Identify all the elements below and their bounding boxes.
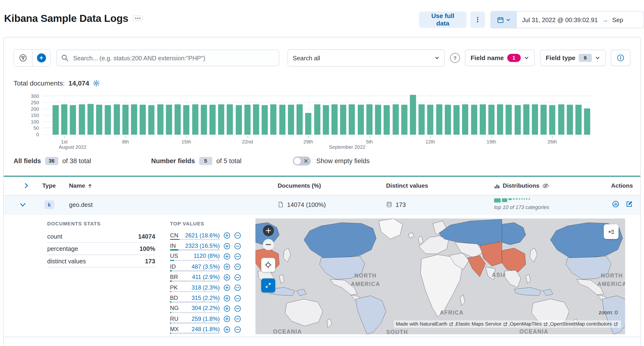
filter-out-value-button[interactable]	[234, 274, 241, 281]
map-attribution-link[interactable]: Made with NaturalEarth	[396, 321, 454, 327]
histogram-bar	[549, 105, 556, 134]
field-name[interactable]: geo.dest	[69, 196, 92, 214]
histogram-bar	[541, 105, 547, 135]
filter-for-value-button[interactable]	[224, 242, 230, 250]
search-scope-select[interactable]: Search all	[288, 49, 445, 66]
filter-out-value-button[interactable]	[234, 305, 241, 312]
filter-for-value-button[interactable]	[224, 294, 230, 302]
chevron-right-icon	[23, 182, 30, 189]
filter-out-value-button[interactable]	[234, 232, 241, 239]
column-header-distinct-values[interactable]: Distinct values	[386, 176, 428, 195]
expand-all-button[interactable]	[23, 182, 30, 190]
distribution-sparkline	[494, 198, 549, 204]
map-legend-toggle-button[interactable]	[604, 224, 619, 239]
filter-out-value-button[interactable]	[234, 326, 241, 333]
top-value-row: PK318 (2.3%)	[170, 282, 244, 293]
y-axis-label: 300	[31, 93, 39, 99]
filter-for-value-button[interactable]	[224, 305, 230, 312]
histogram-icon	[494, 183, 500, 188]
eye-slash-icon[interactable]	[542, 182, 549, 189]
top-value-row: CN2621 (18.6%)	[170, 230, 244, 241]
map-locate-button[interactable]	[261, 258, 275, 272]
filter-list-button[interactable]	[14, 50, 32, 66]
minus-circle-icon	[234, 253, 241, 260]
page-title: Kibana Sample Data Logs	[4, 12, 128, 24]
date-end[interactable]: Sep	[612, 16, 623, 23]
sort-ascending-icon	[87, 183, 92, 188]
x-axis-label: 5th	[366, 139, 373, 145]
field-name-dropdown[interactable]: Field name 1	[465, 50, 535, 66]
use-full-data-button[interactable]: Use full data	[419, 12, 467, 28]
histogram-bar	[454, 105, 460, 135]
axis-tick	[430, 136, 430, 138]
explore-in-lens-icon[interactable]	[612, 200, 620, 208]
calendar-button[interactable]	[491, 12, 517, 28]
histogram-bar	[175, 104, 181, 134]
map-zoom-out-button[interactable]	[263, 239, 274, 250]
date-start[interactable]: Jul 31, 2022 @ 00:39:02.91	[522, 16, 598, 23]
map-attribution-link[interactable]: Elastic Maps Service	[456, 321, 508, 327]
options-button[interactable]	[470, 12, 485, 28]
search-input[interactable]	[56, 50, 279, 66]
map-attribution-link[interactable]: OpenStreetMap contributors	[550, 321, 619, 327]
number-fields-label: Number fields	[151, 158, 195, 165]
help-icon[interactable]: ?	[450, 53, 460, 63]
column-header-type[interactable]: Type	[42, 176, 56, 195]
date-range-picker: Jul 31, 2022 @ 00:39:02.91 → Sep	[490, 11, 644, 28]
distribution-segment	[521, 198, 522, 200]
gear-icon[interactable]	[93, 80, 100, 87]
histogram-bar	[584, 108, 590, 135]
histogram-bar	[201, 104, 207, 134]
top-value-key: RU	[170, 315, 178, 322]
distribution-segment	[526, 198, 528, 200]
filter-for-value-button[interactable]	[224, 253, 230, 260]
filter-out-value-button[interactable]	[234, 253, 241, 260]
histogram-bar	[253, 104, 259, 135]
filter-out-value-button[interactable]	[234, 294, 241, 302]
column-header-distributions[interactable]: Distributions	[494, 176, 549, 195]
field-types-info-button[interactable]	[611, 50, 630, 66]
calendar-icon	[497, 16, 504, 23]
filter-for-value-button[interactable]	[224, 263, 230, 270]
chevron-down-icon	[506, 18, 510, 22]
filter-for-value-button[interactable]	[224, 316, 230, 322]
histogram-bar	[140, 104, 146, 134]
plus-circle-icon	[224, 253, 230, 260]
stat-label: distinct values	[47, 258, 86, 264]
filter-out-value-button[interactable]	[234, 242, 241, 250]
filter-out-value-button[interactable]	[234, 263, 241, 270]
top-value: ID487 (3.5%)	[170, 262, 220, 272]
row-actions	[612, 200, 633, 208]
minus-circle-icon	[234, 316, 241, 322]
filter-out-value-button[interactable]	[234, 316, 241, 322]
filter-for-value-button[interactable]	[224, 326, 230, 333]
add-filter-button[interactable]: +	[32, 50, 50, 66]
name-header-label: Name	[69, 176, 85, 195]
map-fullscreen-button[interactable]	[261, 278, 275, 292]
edit-visualization-icon[interactable]	[626, 200, 633, 208]
documents-stat-row: count14074	[47, 230, 156, 243]
filter-for-value-button[interactable]	[224, 274, 230, 281]
histogram-bar	[279, 104, 286, 134]
map-attribution-link[interactable]: OpenMapTiles	[510, 321, 549, 327]
minus-circle-icon	[234, 242, 241, 250]
axis-tick	[492, 136, 492, 138]
x-axis-label: 29th	[304, 139, 313, 145]
column-header-name[interactable]: Name	[69, 176, 92, 195]
field-type-dropdown[interactable]: Field type 6	[540, 50, 606, 66]
choropleth-map[interactable]: NORTH AMERICA AFRICA OCEANIA ASIA SOUTH	[256, 218, 625, 334]
collapse-row-button[interactable]	[18, 200, 27, 209]
filter-for-value-button[interactable]	[224, 284, 230, 291]
histogram-bar	[567, 104, 573, 134]
map-zoom-in-button[interactable]	[263, 225, 274, 236]
axis-tick	[186, 136, 187, 138]
column-header-documents[interactable]: Documents (%)	[278, 176, 321, 195]
filter-out-value-button[interactable]	[234, 284, 241, 291]
stat-value: 14074	[138, 233, 155, 240]
histogram-bar	[114, 104, 120, 134]
show-empty-fields-toggle[interactable]	[293, 156, 311, 166]
filter-for-value-button[interactable]	[224, 232, 230, 239]
total-documents-label: Total documents:	[14, 79, 65, 87]
histogram-bar	[462, 104, 468, 134]
breadcrumb-menu-icon[interactable]	[133, 16, 142, 21]
